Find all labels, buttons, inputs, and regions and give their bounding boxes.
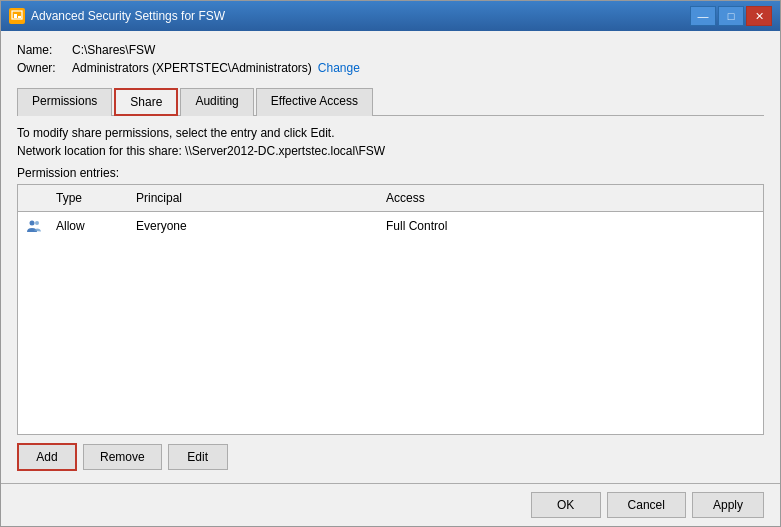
ok-button[interactable]: OK [531,492,601,518]
apply-button[interactable]: Apply [692,492,764,518]
tab-effective-access[interactable]: Effective Access [256,88,373,116]
window-title: Advanced Security Settings for FSW [31,9,225,23]
close-button[interactable]: ✕ [746,6,772,26]
svg-rect-2 [18,16,21,18]
name-row: Name: C:\Shares\FSW [17,43,764,57]
table-row[interactable]: Allow Everyone Full Control [18,212,763,240]
network-location: Network location for this share: \\Serve… [17,144,764,158]
name-value: C:\Shares\FSW [72,43,155,57]
tabs-container: Permissions Share Auditing Effective Acc… [17,87,764,116]
owner-row: Owner: Administrators (XPERTSTEC\Adminis… [17,61,764,75]
col-header-access: Access [378,188,763,208]
owner-value: Administrators (XPERTSTEC\Administrators… [72,61,312,75]
change-owner-link[interactable]: Change [318,61,360,75]
title-bar-left: Advanced Security Settings for FSW [9,8,225,24]
row-type: Allow [48,216,128,236]
table-header: Type Principal Access [18,185,763,212]
col-header-principal: Principal [128,188,378,208]
svg-rect-1 [14,14,17,18]
svg-point-4 [35,221,39,225]
window-content: Name: C:\Shares\FSW Owner: Administrator… [1,31,780,483]
maximize-button[interactable]: □ [718,6,744,26]
tab-content: To modify share permissions, select the … [17,116,764,471]
network-label: Network location for this share: [17,144,182,158]
main-window: Advanced Security Settings for FSW — □ ✕… [0,0,781,527]
owner-label: Owner: [17,61,72,75]
tab-permissions[interactable]: Permissions [17,88,112,116]
svg-point-3 [30,221,35,226]
edit-button[interactable]: Edit [168,444,228,470]
table-body: Allow Everyone Full Control [18,212,763,434]
col-header-type: Type [48,188,128,208]
add-button[interactable]: Add [17,443,77,471]
permissions-table: Type Principal Access [17,184,764,435]
row-access: Full Control [378,216,763,236]
title-bar-controls: — □ ✕ [690,6,772,26]
permission-entries-label: Permission entries: [17,166,764,180]
col-header-icon [18,188,48,208]
user-group-icon [26,218,42,234]
remove-button[interactable]: Remove [83,444,162,470]
tab-share[interactable]: Share [114,88,178,116]
action-buttons: Add Remove Edit [17,443,764,471]
window-icon [9,8,25,24]
footer: OK Cancel Apply [1,483,780,526]
row-principal: Everyone [128,216,378,236]
network-value: \\Server2012-DC.xpertstec.local\FSW [185,144,385,158]
row-icon-cell [18,215,48,237]
name-label: Name: [17,43,72,57]
tab-auditing[interactable]: Auditing [180,88,253,116]
minimize-button[interactable]: — [690,6,716,26]
cancel-button[interactable]: Cancel [607,492,686,518]
title-bar: Advanced Security Settings for FSW — □ ✕ [1,1,780,31]
description-text: To modify share permissions, select the … [17,126,764,140]
